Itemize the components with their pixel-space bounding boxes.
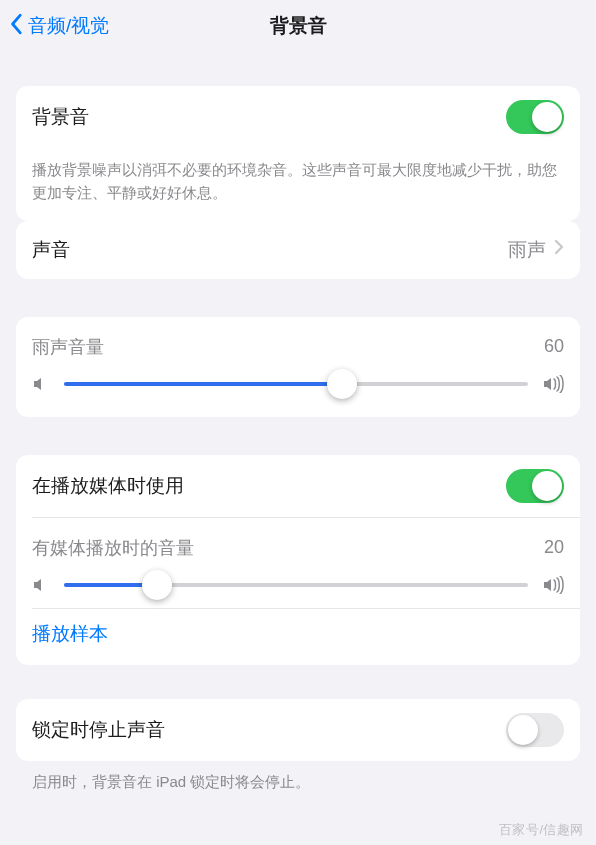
media-volume-value: 20 — [544, 537, 564, 558]
speaker-high-icon — [542, 576, 564, 594]
page-title: 背景音 — [270, 13, 327, 39]
background-sound-row: 背景音 — [16, 86, 580, 148]
volume-slider[interactable] — [64, 382, 528, 386]
chevron-right-icon — [554, 239, 564, 260]
sound-group: 声音 雨声 — [16, 221, 580, 279]
speaker-low-icon — [32, 576, 50, 594]
lock-description: 启用时，背景音在 iPad 锁定时将会停止。 — [16, 761, 580, 793]
media-volume-slider[interactable] — [64, 583, 528, 587]
volume-group: 雨声音量 60 — [16, 317, 580, 417]
background-sound-description: 播放背景噪声以消弭不必要的环境杂音。这些声音可最大限度地减少干扰，助您更加专注、… — [16, 148, 580, 221]
back-button[interactable]: 音频/视觉 — [10, 13, 109, 40]
media-toggle-label: 在播放媒体时使用 — [32, 473, 184, 499]
play-sample-button[interactable]: 播放样本 — [16, 609, 580, 665]
background-sound-label: 背景音 — [32, 104, 89, 130]
lock-toggle[interactable] — [506, 713, 564, 747]
lock-toggle-row: 锁定时停止声音 — [16, 699, 580, 761]
speaker-low-icon — [32, 375, 50, 393]
media-volume-label: 有媒体播放时的音量 — [32, 536, 194, 560]
watermark: 百家号/信趣网 — [499, 821, 584, 839]
volume-label: 雨声音量 — [32, 335, 104, 359]
sound-row[interactable]: 声音 雨声 — [16, 221, 580, 279]
lock-group: 锁定时停止声音 — [16, 699, 580, 761]
lock-toggle-label: 锁定时停止声音 — [32, 717, 165, 743]
chevron-left-icon — [10, 13, 24, 40]
volume-value: 60 — [544, 336, 564, 357]
back-label: 音频/视觉 — [28, 13, 109, 39]
background-sound-group: 背景音 播放背景噪声以消弭不必要的环境杂音。这些声音可最大限度地减少干扰，助您更… — [16, 86, 580, 221]
media-toggle[interactable] — [506, 469, 564, 503]
sound-value: 雨声 — [508, 237, 546, 263]
speaker-high-icon — [542, 375, 564, 393]
background-sound-toggle[interactable] — [506, 100, 564, 134]
media-toggle-row: 在播放媒体时使用 — [16, 455, 580, 517]
sound-label: 声音 — [32, 237, 70, 263]
media-group: 在播放媒体时使用 有媒体播放时的音量 20 播放样本 — [16, 455, 580, 665]
